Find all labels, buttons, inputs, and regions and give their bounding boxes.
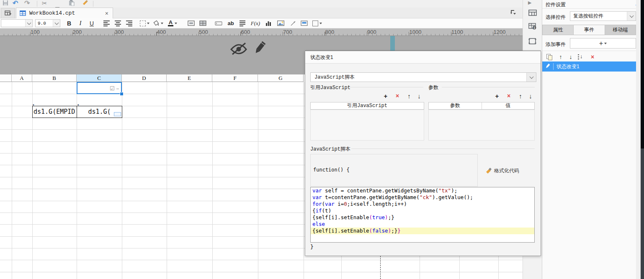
- event-type-dropdown[interactable]: JavaScript脚本: [310, 72, 536, 82]
- checkbox-widget-icon: ☑: [110, 85, 115, 92]
- screen-edge-scrollbar[interactable]: [641, 148, 644, 279]
- page-break-line: [380, 256, 381, 279]
- column-header-C[interactable]: C: [77, 74, 122, 82]
- add-event-label: 添加事件: [546, 41, 566, 48]
- new-report-button[interactable]: [1, 8, 15, 18]
- tab-close-icon[interactable]: ×: [104, 10, 109, 16]
- chevron-down-icon[interactable]: [526, 73, 536, 82]
- align-center-icon[interactable]: [113, 19, 122, 27]
- checkbox-widget-dash: [116, 89, 119, 89]
- delete-ref-js-button[interactable]: ×: [393, 92, 402, 100]
- image-icon[interactable]: [276, 19, 286, 27]
- align-left-icon[interactable]: [102, 19, 111, 27]
- save-icon[interactable]: [3, 0, 8, 7]
- dialog-title: 状态改变1: [305, 51, 541, 64]
- font-size-combobox[interactable]: 9.0: [35, 19, 60, 27]
- column-header-G[interactable]: G: [258, 74, 304, 82]
- column-header-E[interactable]: E: [167, 74, 212, 82]
- column-header-A[interactable]: A: [12, 74, 32, 82]
- bold-button[interactable]: B: [65, 19, 73, 27]
- report-designer-window: ↶ ↷ ✂ WorkBook14.cpt × 9.: [0, 0, 644, 279]
- move-up-icon[interactable]: ↑: [556, 53, 565, 61]
- event-list-item-selected[interactable]: 状态改变1: [542, 61, 636, 72]
- redo-icon[interactable]: ↷: [24, 0, 30, 7]
- line-tool-icon[interactable]: [288, 19, 297, 27]
- ref-js-table-body[interactable]: [310, 110, 424, 141]
- panel-tab-1[interactable]: 属性: [542, 25, 574, 35]
- font-color-button[interactable]: A: [166, 19, 179, 27]
- merge-cells-icon[interactable]: [186, 19, 196, 27]
- cell-element-tab-icon[interactable]: i: [528, 23, 537, 31]
- chevron-down-icon[interactable]: [25, 20, 32, 27]
- ref-js-move-up-button[interactable]: ↑: [404, 92, 414, 100]
- font-family-combobox[interactable]: [1, 19, 33, 27]
- pencil-edit-icon[interactable]: [252, 39, 267, 58]
- eye-slash-icon[interactable]: [229, 41, 248, 58]
- chevron-down-icon[interactable]: [627, 12, 636, 20]
- borders-button[interactable]: [139, 19, 150, 27]
- chart-icon[interactable]: [264, 19, 273, 27]
- brush-icon: [485, 168, 492, 174]
- format-code-label: 格式化代码: [494, 167, 519, 174]
- float-element-tab-icon[interactable]: [528, 38, 537, 46]
- move-down-icon[interactable]: ↓: [567, 53, 575, 61]
- chevron-down-icon[interactable]: [53, 20, 60, 27]
- unmerge-cells-icon[interactable]: [198, 19, 208, 27]
- event-item-label: 状态改变1: [556, 63, 580, 70]
- panel-tab-3[interactable]: 移动端: [605, 25, 636, 35]
- delete-param-button[interactable]: ×: [504, 92, 513, 100]
- code-line: {if(t): [311, 207, 534, 214]
- param-table-body[interactable]: [428, 110, 535, 141]
- window-list-icon[interactable]: [510, 10, 517, 17]
- function-signature-box: function() {: [310, 154, 478, 187]
- add-ref-js-button[interactable]: +: [381, 92, 390, 100]
- select-widget-value: 复选按钮控件: [570, 13, 627, 20]
- selection-fill-handle[interactable]: [120, 92, 124, 96]
- underline-button[interactable]: U: [88, 19, 96, 27]
- column-header-F[interactable]: F: [212, 74, 258, 82]
- column-header-D[interactable]: D: [122, 74, 167, 82]
- panel-tabs: 属性事件移动端: [542, 25, 636, 35]
- text-widget-icon[interactable]: [214, 19, 224, 27]
- undo-icon[interactable]: ↶: [13, 0, 18, 7]
- ref-js-column-header[interactable]: 引用JavaScript: [311, 102, 424, 109]
- cell-attribute-tab-icon[interactable]: [528, 9, 537, 18]
- grid-corner-cell[interactable]: [0, 74, 12, 82]
- cell-b3[interactable]: ds1.G(EMPID: [32, 106, 77, 118]
- format-painter-icon[interactable]: [82, 0, 88, 7]
- rich-text-icon[interactable]: [238, 19, 247, 27]
- italic-button[interactable]: I: [76, 19, 85, 27]
- format-code-button[interactable]: 格式化代码: [485, 167, 519, 174]
- collapse-panel-icon[interactable]: ▶: [528, 0, 531, 5]
- align-right-icon[interactable]: [124, 19, 134, 27]
- ref-js-move-down-button[interactable]: ↓: [415, 92, 424, 100]
- fill-color-button[interactable]: [152, 19, 164, 27]
- selected-cell-c1[interactable]: [77, 82, 122, 94]
- cut-icon[interactable]: ✂: [42, 0, 47, 7]
- param-move-down-button[interactable]: ↓: [526, 92, 535, 100]
- param-move-up-button[interactable]: ↑: [516, 92, 525, 100]
- value-column-header[interactable]: 值: [482, 102, 535, 109]
- sort-events-icon[interactable]: ↓: [577, 53, 585, 61]
- panel-tab-2[interactable]: 事件: [574, 25, 605, 35]
- column-header-B[interactable]: B: [32, 74, 77, 82]
- param-column-header[interactable]: 参数: [429, 102, 482, 109]
- text-label-icon[interactable]: ab: [226, 19, 235, 27]
- paste-icon[interactable]: [69, 0, 75, 7]
- font-size-value: 9.0: [36, 21, 53, 26]
- code-line: for(var i=0;i<self.length;i++): [311, 201, 534, 207]
- widget-settings-panel: 控件设置 选择控件 复选按钮控件 属性事件移动端 添加事件 + ↑ ↓ ↓ × …: [542, 0, 641, 279]
- javascript-code-editor[interactable]: var self = contentPane.getWidgetsByName(…: [310, 187, 535, 243]
- pencil-edit-icon[interactable]: [545, 63, 551, 70]
- group-line: [351, 148, 535, 149]
- add-param-button[interactable]: +: [492, 92, 502, 100]
- widget-insert-icon[interactable]: [299, 19, 309, 27]
- delete-event-icon[interactable]: ×: [588, 53, 597, 61]
- select-widget-dropdown[interactable]: 复选按钮控件: [570, 11, 636, 21]
- copy-event-icon[interactable]: [545, 53, 553, 61]
- formula-icon[interactable]: F(x): [250, 19, 261, 27]
- add-event-button[interactable]: +: [570, 38, 636, 49]
- ruler-label: 400: [157, 29, 166, 35]
- tab-workbook14[interactable]: WorkBook14.cpt ×: [16, 8, 113, 18]
- shape-insert-button[interactable]: [311, 19, 323, 27]
